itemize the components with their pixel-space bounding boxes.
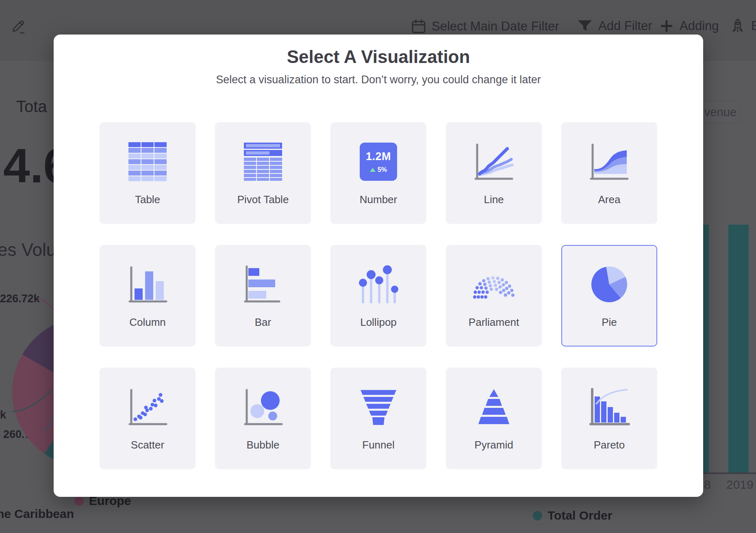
- viz-tile-label: Number: [360, 194, 397, 205]
- delta-up-icon: [370, 168, 376, 172]
- backdrop-tick-2019: 2019: [726, 478, 754, 492]
- table-chart-icon: [128, 141, 167, 182]
- modal-subtitle: Select a visualization to start. Don’t w…: [54, 74, 703, 86]
- viz-tile-label: Pie: [602, 317, 617, 327]
- bar-chart-icon: [243, 264, 283, 305]
- pencil-icon: [11, 20, 26, 35]
- viz-tile-label: Column: [129, 317, 166, 327]
- lollipop-chart-icon: [356, 264, 400, 305]
- viz-tile-lollipop[interactable]: Lollipop: [330, 245, 426, 347]
- column-chart-icon: [127, 264, 168, 305]
- boost-label-partial: B: [751, 19, 756, 33]
- legend-label-caribbean-partial: ne Caribbean: [0, 507, 74, 521]
- legend-item-caribbean[interactable]: ne Caribbean: [0, 507, 74, 521]
- viz-tile-label: Parliament: [469, 317, 519, 327]
- viz-tile-label: Area: [598, 194, 621, 205]
- revenue-toggle-label-partial: venue: [704, 106, 736, 119]
- viz-tile-pyramid[interactable]: Pyramid: [446, 368, 542, 469]
- viz-tile-label: Bar: [255, 317, 271, 327]
- boost-button[interactable]: B: [730, 18, 756, 34]
- scatter-chart-icon: [127, 387, 168, 427]
- number-kpi-icon: 1.2M 5%: [360, 141, 397, 182]
- pyramid-chart-icon: [471, 387, 516, 427]
- viz-tile-label: Funnel: [362, 440, 395, 450]
- viz-tile-bar[interactable]: Bar: [215, 245, 311, 347]
- funnel-chart-icon: [356, 387, 401, 427]
- area-chart-icon: [589, 141, 630, 182]
- viz-tile-label: Scatter: [131, 440, 164, 450]
- screen: Select Main Date Filter Add Filter Addin…: [0, 0, 756, 533]
- adding-label: Adding: [680, 19, 719, 33]
- viz-tile-label: Lollipop: [360, 317, 397, 327]
- plus-icon: [659, 19, 674, 33]
- viz-tile-label: Line: [484, 194, 504, 205]
- number-preview-delta: 5%: [378, 166, 387, 173]
- viz-tile-pareto[interactable]: Pareto: [561, 368, 657, 469]
- backdrop-tick-2018-partial: 8: [704, 478, 711, 492]
- viz-tile-line[interactable]: Line: [446, 122, 542, 224]
- viz-tile-pivot-table[interactable]: Pivot Table: [215, 122, 311, 224]
- line-chart-icon: [473, 141, 515, 182]
- bubble-chart-icon: [243, 387, 283, 427]
- backdrop-pie-label-top: 226.72k: [0, 292, 40, 305]
- rocket-icon: [730, 18, 745, 34]
- viz-tile-bubble[interactable]: Bubble: [215, 368, 311, 469]
- add-filter-label: Add Filter: [598, 19, 652, 33]
- backdrop-pie-label-mid-partial: k: [0, 409, 6, 421]
- viz-tile-label: Pyramid: [474, 440, 513, 450]
- backdrop-section-title-partial: es Volu: [0, 240, 56, 260]
- viz-tile-table[interactable]: Table: [100, 122, 196, 224]
- backdrop-bar-2019: [728, 225, 749, 472]
- select-visualization-modal: Select A Visualization Select a visualiz…: [54, 35, 703, 497]
- adding-button[interactable]: Adding: [659, 19, 719, 33]
- legend-dot-europe: [74, 496, 84, 506]
- viz-tile-pie[interactable]: Pie: [561, 245, 657, 347]
- legend-label-total-order: Total Order: [547, 509, 612, 522]
- viz-tile-label: Pivot Table: [237, 194, 289, 205]
- viz-tile-area[interactable]: Area: [561, 122, 657, 224]
- viz-tile-scatter[interactable]: Scatter: [100, 368, 196, 469]
- viz-tile-label: Pareto: [594, 440, 625, 450]
- number-preview-value: 1.2M: [366, 150, 391, 163]
- pie-chart-icon: [587, 264, 632, 305]
- viz-tile-funnel[interactable]: Funnel: [330, 368, 426, 469]
- pareto-chart-icon: [588, 387, 630, 427]
- funnel-icon: [577, 19, 593, 33]
- legend-item-total-order[interactable]: Total Order: [533, 509, 612, 522]
- viz-tile-number[interactable]: 1.2M 5% Number: [330, 122, 426, 224]
- select-main-date-filter-label: Select Main Date Filter: [432, 19, 559, 34]
- visualization-tile-grid: Table: [100, 122, 657, 469]
- edit-button[interactable]: [11, 20, 26, 35]
- viz-tile-parliament[interactable]: Parliament: [446, 245, 542, 347]
- modal-title: Select A Visualization: [54, 47, 703, 67]
- viz-tile-label: Bubble: [247, 440, 280, 450]
- parliament-chart-icon: [471, 264, 516, 305]
- select-main-date-filter-button[interactable]: Select Main Date Filter: [411, 19, 559, 34]
- viz-tile-column[interactable]: Column: [100, 245, 196, 347]
- viz-tile-label: Table: [135, 194, 160, 205]
- pivot-table-icon: [244, 141, 282, 182]
- add-filter-button[interactable]: Add Filter: [577, 19, 652, 33]
- backdrop-card-title-partial: Tota: [16, 98, 47, 116]
- calendar-icon: [411, 19, 426, 34]
- legend-dot-total-order: [533, 511, 542, 520]
